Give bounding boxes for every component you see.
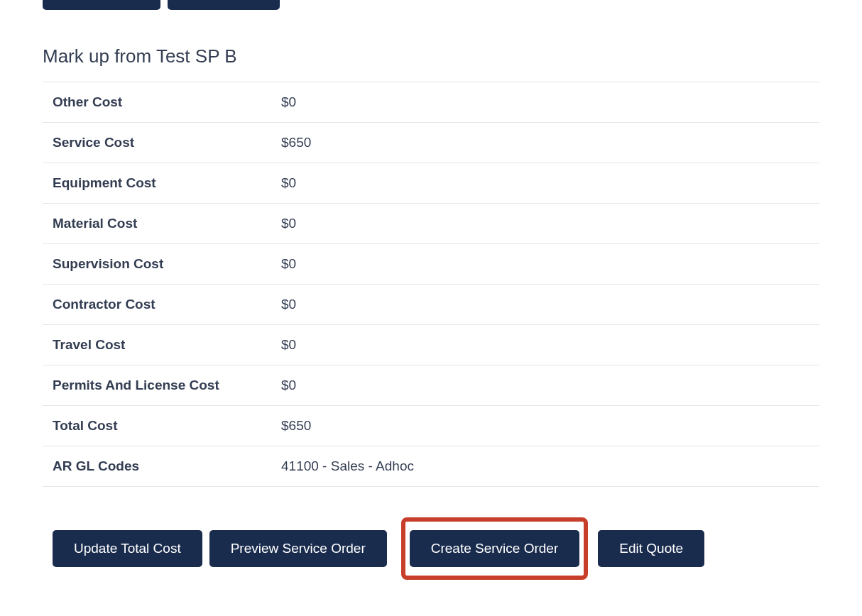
cost-label: AR GL Codes: [43, 446, 271, 486]
table-row: Service Cost $650: [43, 122, 819, 163]
cost-label: Service Cost: [43, 123, 271, 163]
update-total-cost-button[interactable]: Update Total Cost: [53, 530, 202, 567]
table-row: Other Cost $0: [43, 82, 819, 122]
cost-value: $650: [271, 123, 819, 163]
highlight-annotation: Create Service Order: [401, 517, 589, 580]
section-title: Mark up from Test SP B: [43, 45, 819, 67]
cost-label: Permits And License Cost: [43, 365, 271, 405]
cost-value: $0: [271, 285, 819, 324]
cost-label: Equipment Cost: [43, 163, 271, 203]
cost-label: Other Cost: [43, 82, 271, 122]
create-service-order-button[interactable]: Create Service Order: [410, 530, 580, 567]
action-button-row: Update Total Cost Preview Service Order …: [43, 517, 819, 580]
table-row: Total Cost $650: [43, 405, 819, 446]
preview-service-order-button[interactable]: Preview Service Order: [209, 530, 387, 567]
top-button-row: [43, 0, 819, 10]
cost-value: $0: [271, 365, 819, 405]
edit-quote-button[interactable]: Edit Quote: [598, 530, 704, 567]
cost-label: Supervision Cost: [43, 244, 271, 284]
cost-value: $0: [271, 204, 819, 243]
cost-label: Material Cost: [43, 204, 271, 243]
table-row: Supervision Cost $0: [43, 243, 819, 284]
table-row: Equipment Cost $0: [43, 163, 819, 203]
button-placeholder[interactable]: [43, 0, 160, 10]
table-row: Permits And License Cost $0: [43, 365, 819, 405]
cost-table: Other Cost $0 Service Cost $650 Equipmen…: [43, 82, 819, 487]
table-row: Material Cost $0: [43, 203, 819, 243]
cost-label: Travel Cost: [43, 325, 271, 365]
cost-value: $0: [271, 325, 819, 365]
cost-value: $0: [271, 163, 819, 203]
cost-value: $0: [271, 82, 819, 122]
cost-label: Total Cost: [43, 406, 271, 446]
cost-value: 41100 - Sales - Adhoc: [271, 446, 819, 486]
cost-label: Contractor Cost: [43, 285, 271, 324]
cost-value: $0: [271, 244, 819, 284]
button-placeholder[interactable]: [168, 0, 280, 10]
cost-value: $650: [271, 406, 819, 446]
table-row: AR GL Codes 41100 - Sales - Adhoc: [43, 446, 819, 487]
table-row: Travel Cost $0: [43, 324, 819, 365]
table-row: Contractor Cost $0: [43, 284, 819, 324]
